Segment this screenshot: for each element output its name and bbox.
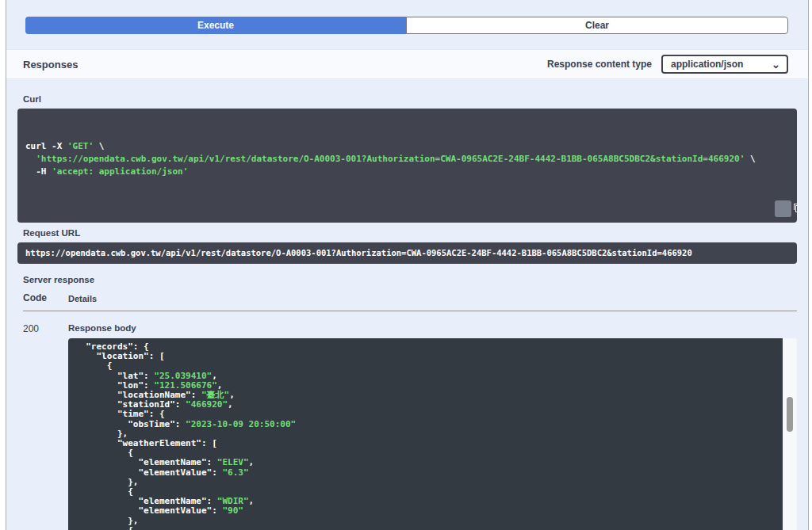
responses-title: Responses xyxy=(23,59,78,71)
chevron-down-icon: ⌄ xyxy=(772,58,780,72)
scrollbar-thumb[interactable] xyxy=(787,397,793,432)
request-url-label: Request URL xyxy=(23,228,797,238)
response-status-code: 200 xyxy=(23,322,68,530)
execute-button[interactable]: Execute xyxy=(25,17,406,34)
execute-row: Execute Clear xyxy=(25,17,788,34)
details-column-header: Details xyxy=(68,294,97,303)
response-body-code: "records": { "location": [ { "lat": "25.… xyxy=(68,338,783,530)
response-details: Response body "records": { "location": [… xyxy=(68,322,797,530)
server-response-title: Server response xyxy=(23,275,797,284)
curl-label: Curl xyxy=(23,94,797,104)
copy-icon xyxy=(764,191,797,223)
response-table-header: Code Details xyxy=(23,292,797,311)
curl-command: curl -X 'GET' \ 'https://opendata.cwb.go… xyxy=(17,109,797,223)
responses-header: Responses Response content type applicat… xyxy=(6,49,808,79)
response-content-type-select[interactable]: application/json ⌄ xyxy=(661,55,788,74)
response-body-scrollbar[interactable] xyxy=(783,338,797,530)
curl-command-text: curl -X 'GET' \ 'https://opendata.cwb.go… xyxy=(25,140,770,178)
content-type-group: Response content type application/json ⌄ xyxy=(547,55,788,74)
clear-button[interactable]: Clear xyxy=(406,17,788,34)
response-row: 200 Response body "records": { "location… xyxy=(23,322,797,530)
curl-copy-button[interactable] xyxy=(775,200,791,217)
response-content-type-value: application/json xyxy=(671,59,743,70)
code-column-header: Code xyxy=(23,292,68,303)
response-body-block: "records": { "location": [ { "lat": "25.… xyxy=(68,338,797,530)
response-content-type-label: Response content type xyxy=(547,59,652,70)
operation-block: Execute Clear Responses Response content… xyxy=(6,0,809,530)
request-url-value: https://opendata.cwb.gov.tw/api/v1/rest/… xyxy=(17,242,797,264)
response-body-label: Response body xyxy=(68,323,797,333)
